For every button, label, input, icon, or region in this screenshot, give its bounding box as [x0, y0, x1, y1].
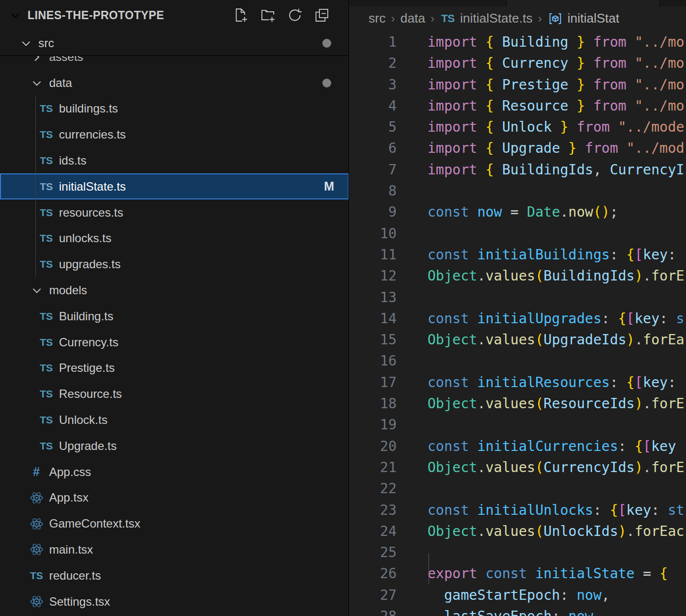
code-line-27[interactable]: 27 gameStartEpoch: now,	[349, 585, 686, 606]
tree-item-buildings-ts[interactable]: TSbuildings.ts	[0, 96, 349, 122]
code-text: import { Currency } from "../mo	[428, 53, 685, 74]
code-area[interactable]: 1import { Building } from "../mo2import …	[349, 31, 686, 616]
line-number[interactable]: 24	[349, 521, 397, 542]
breadcrumb-item-data[interactable]: data	[400, 11, 426, 26]
tree-item-building-ts[interactable]: TSBuilding.ts	[0, 303, 349, 329]
line-number[interactable]: 28	[349, 606, 397, 616]
tree-item-src[interactable]: src	[0, 31, 349, 55]
code-line-24[interactable]: 24Object.values(UnlockIds).forEac	[349, 521, 686, 542]
line-number[interactable]: 22	[349, 478, 397, 499]
tree-item-models[interactable]: models	[0, 277, 349, 303]
tree-item-reducer-ts[interactable]: TSreducer.ts	[0, 562, 349, 588]
line-number[interactable]: 14	[349, 308, 397, 329]
tree-item-currency-ts[interactable]: TSCurrency.ts	[0, 329, 349, 355]
code-line-26[interactable]: 26export const initialState = {	[349, 563, 686, 584]
line-number[interactable]: 4	[349, 95, 397, 116]
code-line-6[interactable]: 6import { Upgrade } from "../mod	[349, 138, 686, 159]
line-number[interactable]: 10	[349, 223, 397, 244]
breadcrumb-item-initialstat[interactable]: initialStat	[547, 11, 620, 27]
tree-item-prestige-ts[interactable]: TSPrestige.ts	[0, 355, 349, 381]
code-line-25[interactable]: 25	[349, 542, 686, 563]
line-number[interactable]: 6	[349, 138, 397, 159]
code-line-3[interactable]: 3import { Prestige } from "../mo	[349, 74, 686, 95]
breadcrumb-item-src[interactable]: src	[369, 11, 386, 26]
tree-item-upgrades-ts[interactable]: TSupgrades.ts	[0, 252, 349, 278]
code-line-10[interactable]: 10	[349, 223, 686, 244]
line-number[interactable]: 7	[349, 159, 397, 180]
tree-item-main-tsx[interactable]: main.tsx	[0, 536, 349, 562]
code-line-18[interactable]: 18Object.values(ResourceIds).forE	[349, 393, 686, 414]
line-number[interactable]: 17	[349, 372, 397, 393]
tree-item-gamecontext-tsx[interactable]: GameContext.tsx	[0, 511, 349, 537]
line-number[interactable]: 27	[349, 585, 397, 606]
tree-item-upgrade-ts[interactable]: TSUpgrade.ts	[0, 433, 349, 459]
refresh-explorer-button[interactable]	[286, 7, 303, 24]
tree-item-data[interactable]: data	[0, 70, 349, 96]
code-line-7[interactable]: 7import { BuildingIds, CurrencyI	[349, 159, 686, 180]
tree-item-label: Resource.ts	[59, 387, 122, 401]
code-line-11[interactable]: 11const initialBuildings: {[key:	[349, 244, 686, 265]
line-number[interactable]: 13	[349, 287, 397, 308]
new-file-button[interactable]	[232, 7, 249, 24]
tree-item-resources-ts[interactable]: TSresources.ts	[0, 199, 349, 225]
line-number[interactable]: 19	[349, 414, 397, 435]
code-line-5[interactable]: 5import { Unlock } from "../mode	[349, 116, 686, 138]
breadcrumb-item-initialstate-ts[interactable]: TSinitialState.ts	[440, 11, 532, 27]
line-number[interactable]: 20	[349, 436, 397, 457]
active-tab-sliver[interactable]	[506, 0, 660, 6]
tree-item-currencies-ts[interactable]: TScurrencies.ts	[0, 122, 349, 148]
code-line-1[interactable]: 1import { Building } from "../mo	[349, 31, 686, 53]
tree-item-label: Settings.tsx	[49, 595, 110, 609]
line-number[interactable]: 15	[349, 329, 397, 350]
tree-item-ids-ts[interactable]: TSids.ts	[0, 147, 349, 173]
tree-item-label: App.css	[49, 465, 91, 479]
code-line-22[interactable]: 22	[349, 478, 686, 499]
line-number[interactable]: 5	[349, 116, 397, 138]
code-line-2[interactable]: 2import { Currency } from "../mo	[349, 53, 686, 74]
line-number[interactable]: 11	[349, 244, 397, 265]
line-number[interactable]: 26	[349, 563, 397, 584]
line-number[interactable]: 9	[349, 201, 397, 223]
code-line-17[interactable]: 17const initialResources: {[key:	[349, 372, 686, 393]
ts-icon: TS	[38, 308, 54, 324]
tree-item-unlocks-ts[interactable]: TSunlocks.ts	[0, 225, 349, 252]
new-folder-button[interactable]	[259, 7, 276, 24]
editor-indent-guide	[429, 553, 429, 585]
react-icon	[29, 490, 44, 505]
code-line-9[interactable]: 9const now = Date.now();	[349, 201, 686, 223]
line-number[interactable]: 1	[349, 31, 397, 53]
code-line-23[interactable]: 23const initialUnlocks: {[key: st	[349, 500, 686, 521]
line-number[interactable]: 21	[349, 457, 397, 478]
breadcrumb: src›data›TSinitialState.ts›initialStat	[349, 6, 686, 30]
code-line-8[interactable]: 8	[349, 180, 686, 201]
code-line-4[interactable]: 4import { Resource } from "../mo	[349, 95, 686, 116]
line-number[interactable]: 8	[349, 180, 397, 201]
tree-item-label: reducer.ts	[49, 569, 101, 583]
line-number[interactable]: 12	[349, 265, 397, 286]
code-line-20[interactable]: 20const initialCurrencies: {[key	[349, 436, 686, 457]
code-line-12[interactable]: 12Object.values(BuildingIds).forE	[349, 265, 686, 286]
line-number[interactable]: 2	[349, 53, 397, 74]
collapse-folders-button[interactable]	[314, 7, 330, 24]
tree-item-app-css[interactable]: #App.css	[0, 459, 349, 485]
line-number[interactable]: 16	[349, 350, 397, 371]
code-line-28[interactable]: 28 lastSaveEpoch: now	[349, 606, 686, 616]
tree-item-resource-ts[interactable]: TSResource.ts	[0, 381, 349, 407]
react-icon	[29, 516, 44, 532]
tree-item-settings-tsx[interactable]: Settings.tsx	[0, 588, 349, 615]
code-line-21[interactable]: 21Object.values(CurrencyIds).forE	[349, 457, 686, 478]
code-line-16[interactable]: 16	[349, 350, 686, 371]
tree-item-unlock-ts[interactable]: TSUnlock.ts	[0, 407, 349, 433]
code-line-19[interactable]: 19	[349, 414, 686, 435]
tree-item-app-tsx[interactable]: App.tsx	[0, 485, 349, 511]
code-line-14[interactable]: 14const initialUpgrades: {[key: s	[349, 308, 686, 329]
tree-item-initialstate-ts[interactable]: TSinitialState.tsM	[0, 173, 349, 199]
line-number[interactable]: 18	[349, 393, 397, 414]
code-line-13[interactable]: 13	[349, 287, 686, 308]
line-number[interactable]: 23	[349, 500, 397, 521]
explorer-section-header[interactable]: LINES-THE-PROTOTYPE	[0, 0, 349, 30]
line-number[interactable]: 3	[349, 74, 397, 95]
ts-icon: TS	[440, 11, 456, 27]
line-number[interactable]: 25	[349, 542, 397, 563]
code-line-15[interactable]: 15Object.values(UpgradeIds).forEa	[349, 329, 686, 350]
